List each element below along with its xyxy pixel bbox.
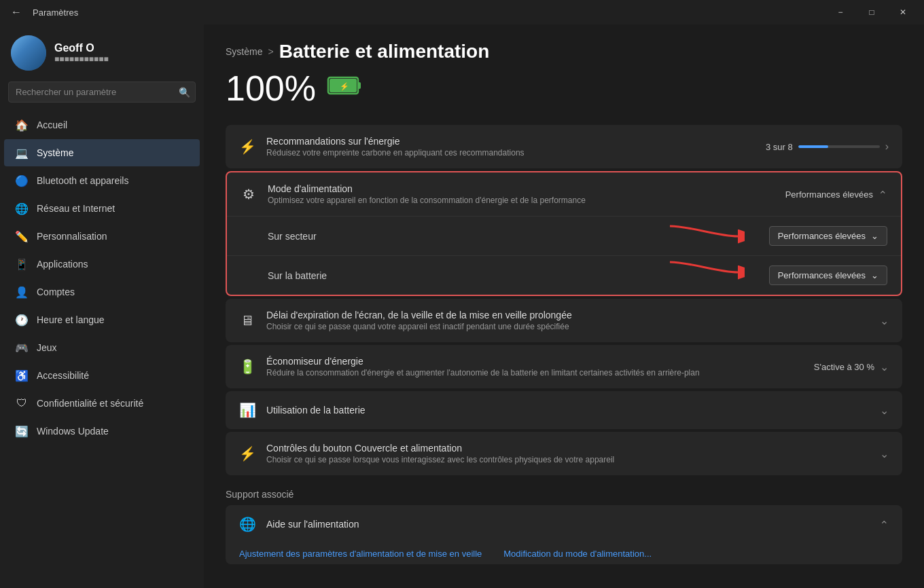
back-button[interactable]: ←	[5, 3, 27, 21]
avatar	[11, 35, 46, 71]
svg-text:⚡: ⚡	[340, 81, 349, 91]
maximize-button[interactable]: □	[856, 0, 887, 24]
nav-label-bluetooth: Bluetooth et appareils	[37, 175, 128, 186]
sur-secteur-dropdown[interactable]: Performances élevées ⌄	[769, 226, 887, 246]
support-title: Support associé	[226, 489, 902, 500]
mode-alimentation-chevron-up: ⌄	[878, 188, 887, 201]
sidebar-item-comptes[interactable]: 👤 Comptes	[4, 278, 200, 306]
sidebar-item-systeme[interactable]: 💻 Système	[4, 139, 200, 166]
utilisation-batterie-row[interactable]: 📊 Utilisation de la batterie ⌄	[226, 391, 902, 429]
utilisation-batterie-chevron: ⌄	[880, 404, 889, 417]
main-layout: Geoff O ■■■■■■■■■■■ 🔍 🏠 Accueil 💻 Systèm…	[0, 24, 924, 588]
sidebar-item-reseau[interactable]: 🌐 Réseau et Internet	[4, 195, 200, 222]
nav-label-personnalisation: Personnalisation	[37, 231, 107, 242]
controles-bouton-row[interactable]: ⚡ Contrôles du bouton Couvercle et alime…	[226, 432, 902, 475]
nav-label-systeme: Système	[37, 147, 73, 158]
titlebar-title: Paramètres	[33, 7, 78, 18]
aide-row[interactable]: 🌐 Aide sur l'alimentation ⌄	[226, 505, 902, 543]
sur-secteur-value: Performances élevées	[778, 231, 866, 241]
controles-bouton-title: Contrôles du bouton Couvercle et aliment…	[266, 443, 869, 454]
sur-batterie-value: Performances élevées	[778, 270, 866, 280]
breadcrumb-separator: >	[268, 46, 273, 57]
nav-icon-accueil: 🏠	[15, 118, 29, 132]
sidebar-item-jeux[interactable]: 🎮 Jeux	[4, 334, 200, 361]
nav-icon-confidentialite: 🛡	[15, 397, 29, 410]
aide-card: 🌐 Aide sur l'alimentation ⌄ Ajustement d…	[226, 505, 902, 564]
sidebar-item-accueil[interactable]: 🏠 Accueil	[4, 111, 200, 139]
nav-icon-heure: 🕐	[15, 313, 29, 327]
recommandations-right: 3 sur 8 ›	[766, 141, 889, 153]
sidebar-item-applications[interactable]: 📱 Applications	[4, 251, 200, 278]
sidebar: Geoff O ■■■■■■■■■■■ 🔍 🏠 Accueil 💻 Systèm…	[0, 24, 204, 588]
economiseur-title: Économiseur d'énergie	[266, 356, 803, 367]
mode-alimentation-title: Mode d'alimentation	[268, 183, 775, 194]
recommandations-row[interactable]: ⚡ Recommandations sur l'énergie Réduisez…	[226, 125, 902, 168]
sidebar-item-bluetooth[interactable]: 🔵 Bluetooth et appareils	[4, 167, 200, 194]
economiseur-row[interactable]: 🔋 Économiseur d'énergie Réduire la conso…	[226, 345, 902, 388]
search-input[interactable]	[8, 81, 196, 103]
delai-expiration-row[interactable]: 🖥 Délai d'expiration de l'écran, de la v…	[226, 299, 902, 342]
breadcrumb: Système > Batterie et alimentation	[226, 41, 902, 62]
nav-label-reseau: Réseau et Internet	[37, 203, 115, 214]
nav-icon-bluetooth: 🔵	[15, 174, 29, 187]
controles-bouton-subtitle: Choisir ce qui se passe lorsque vous int…	[266, 455, 869, 464]
sur-secteur-row: Sur secteur Performances élevées ⌄	[227, 216, 901, 255]
sidebar-item-windows-update[interactable]: 🔄 Windows Update	[4, 418, 200, 445]
delai-expiration-card: 🖥 Délai d'expiration de l'écran, de la v…	[226, 299, 902, 342]
search-icon: 🔍	[179, 87, 190, 98]
nav-icon-comptes: 👤	[15, 285, 29, 299]
recommandations-content: Recommandations sur l'énergie Réduisez v…	[266, 136, 755, 158]
breadcrumb-parent: Système	[226, 46, 262, 57]
recommandations-chevron: ›	[885, 141, 889, 153]
sur-secteur-dropdown-icon: ⌄	[871, 231, 878, 241]
user-section[interactable]: Geoff O ■■■■■■■■■■■	[0, 24, 204, 76]
sur-batterie-dropdown[interactable]: Performances élevées ⌄	[769, 265, 887, 285]
recommandations-icon: ⚡	[239, 139, 255, 155]
utilisation-batterie-icon: 📊	[239, 402, 255, 418]
content-area: Système > Batterie et alimentation 100% …	[204, 24, 924, 588]
minimize-icon: −	[838, 7, 842, 17]
sidebar-item-heure[interactable]: 🕐 Heure et langue	[4, 306, 200, 333]
nav-list: 🏠 Accueil 💻 Système 🔵 Bluetooth et appar…	[0, 111, 204, 588]
nav-label-windows-update: Windows Update	[37, 426, 109, 437]
aide-icon: 🌐	[239, 516, 255, 532]
mode-alimentation-content: Mode d'alimentation Optimisez votre appa…	[268, 183, 775, 205]
recommandations-count: 3 sur 8	[766, 142, 793, 152]
mode-alimentation-right: Performances élevées ⌄	[785, 188, 887, 201]
recommandations-subtitle: Réduisez votre empreinte carbone en appl…	[266, 148, 755, 158]
sidebar-item-confidentialite[interactable]: 🛡 Confidentialité et sécurité	[4, 390, 200, 417]
aide-content: Aide sur l'alimentation	[266, 519, 869, 530]
utilisation-batterie-card: 📊 Utilisation de la batterie ⌄	[226, 391, 902, 429]
close-button[interactable]: ✕	[887, 0, 919, 24]
minimize-button[interactable]: −	[825, 0, 856, 24]
controles-bouton-chevron: ⌄	[880, 447, 889, 460]
window-controls: − □ ✕	[825, 0, 919, 24]
economiseur-card: 🔋 Économiseur d'énergie Réduire la conso…	[226, 345, 902, 388]
mode-alimentation-value: Performances élevées	[785, 189, 873, 200]
sidebar-item-personnalisation[interactable]: ✏️ Personnalisation	[4, 223, 200, 250]
nav-icon-applications: 📱	[15, 257, 29, 271]
delai-expiration-icon: 🖥	[239, 313, 255, 329]
economiseur-icon: 🔋	[239, 359, 255, 375]
svg-rect-1	[358, 82, 361, 89]
sidebar-item-accessibilite[interactable]: ♿ Accessibilité	[4, 362, 200, 389]
controles-bouton-card: ⚡ Contrôles du bouton Couvercle et alime…	[226, 432, 902, 475]
titlebar: ← Paramètres − □ ✕	[0, 0, 924, 24]
controles-bouton-content: Contrôles du bouton Couvercle et aliment…	[266, 443, 869, 464]
user-name: Geoff O	[54, 42, 109, 54]
battery-percentage: 100%	[226, 68, 316, 109]
aide-link-2[interactable]: Modification du mode d'alimentation...	[503, 549, 652, 559]
close-icon: ✕	[900, 7, 906, 17]
utilisation-batterie-title: Utilisation de la batterie	[266, 405, 869, 416]
mode-alimentation-card: ⚙ Mode d'alimentation Optimisez votre ap…	[226, 171, 902, 296]
nav-icon-windows-update: 🔄	[15, 424, 29, 438]
recommandations-progress	[798, 145, 880, 148]
aide-chevron: ⌄	[880, 518, 889, 531]
nav-label-heure: Heure et langue	[37, 314, 105, 325]
nav-label-applications: Applications	[37, 259, 88, 270]
mode-alimentation-row[interactable]: ⚙ Mode d'alimentation Optimisez votre ap…	[227, 172, 901, 216]
sur-secteur-label: Sur secteur	[268, 231, 758, 242]
economiseur-subtitle: Réduire la consommation d'énergie et aug…	[266, 368, 803, 378]
aide-link-1[interactable]: Ajustement des paramètres d'alimentation…	[239, 549, 482, 559]
aide-right: ⌄	[880, 518, 889, 531]
